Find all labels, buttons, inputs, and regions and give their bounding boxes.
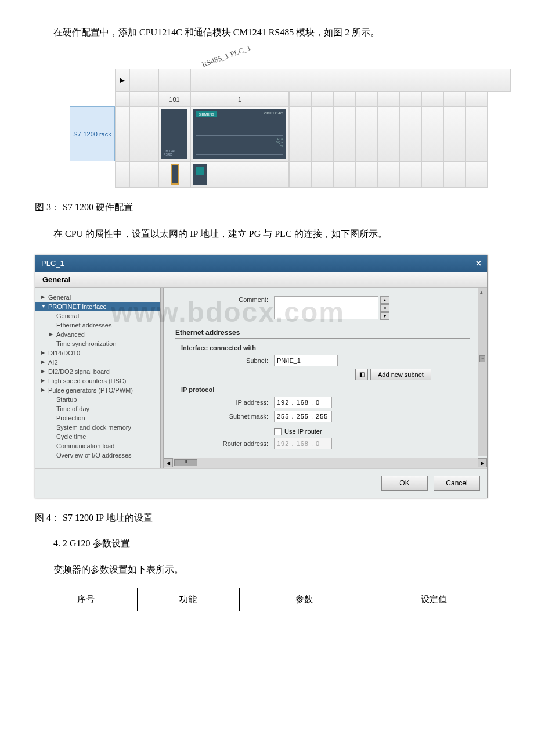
router-address-label: Router address: — [175, 440, 274, 447]
subnet-label: Subnet: — [175, 357, 274, 364]
figure-3-caption: 图 3： S7 1200 硬件配置 — [35, 199, 499, 216]
comment-textarea[interactable] — [274, 296, 378, 319]
plc-config-dialog: www.bdocx.com PLC_1 × General ▶General ▼… — [35, 255, 488, 498]
rack-label: S7-1200 rack — [70, 106, 115, 161]
tree-general[interactable]: ▶General — [35, 293, 160, 302]
siemens-badge: SIEMENS — [196, 111, 217, 117]
tree-tod[interactable]: Time of day — [35, 404, 160, 413]
subnet-input[interactable] — [274, 355, 338, 366]
tree-ioaddr[interactable]: Overview of I/O addresses — [35, 451, 160, 460]
plc-titlebar: PLC_1 × — [35, 255, 487, 272]
table-header-param: 参数 — [239, 588, 369, 611]
interface-connected-subsection: Interface connected with — [181, 344, 470, 351]
comment-down-icon[interactable]: ▼ — [380, 312, 389, 320]
tree-ptopwm[interactable]: ▶Pulse generators (PTO/PWM) — [35, 386, 160, 395]
tree-ethernet-addresses[interactable]: Ethernet addresses — [35, 321, 160, 330]
tree-time-sync[interactable]: Time synchronization — [35, 339, 160, 348]
vertical-scrollbar[interactable]: ≡ — [478, 288, 487, 456]
table-header-seq: 序号 — [35, 588, 138, 611]
tree-protection[interactable]: Protection — [35, 413, 160, 423]
ethernet-addresses-section: Ethernet addresses — [175, 329, 470, 339]
parameter-table: 序号 功能 参数 设定值 — [35, 588, 499, 611]
tree-di2do2[interactable]: ▶DI2/DO2 signal board — [35, 367, 160, 376]
tree-ai2[interactable]: ▶AI2 — [35, 358, 160, 367]
cpu-model-label: CPU 1214C — [264, 111, 283, 115]
ip-address-input[interactable] — [274, 397, 332, 408]
hscroll-right-icon[interactable]: ▶ — [478, 458, 487, 467]
hscroll-left-icon[interactable]: ◀ — [164, 458, 173, 467]
router-address-input — [274, 438, 332, 449]
tree-di14do10[interactable]: ▶DI14/DO10 — [35, 348, 160, 358]
use-ip-router-checkbox[interactable] — [274, 428, 282, 435]
comment-mid-icon[interactable]: ≡ — [380, 304, 389, 312]
figure-4-caption: 图 4： S7 1200 IP 地址的设置 — [35, 510, 499, 527]
cancel-button[interactable]: Cancel — [434, 476, 480, 491]
ip-address-label: IP address: — [175, 399, 274, 406]
tree-startup[interactable]: Startup — [35, 395, 160, 404]
cm1241-module[interactable]: CM 1241RS485 — [161, 109, 187, 159]
scroll-thumb-icon[interactable]: ≡ — [479, 355, 485, 362]
plc-title: PLC_1 — [41, 259, 64, 268]
comment-label: Comment: — [175, 296, 274, 303]
tree-profinet-interface[interactable]: ▼PROFINET interface — [35, 302, 160, 311]
ip-protocol-subsection: IP protocol — [181, 386, 470, 393]
horizontal-scrollbar[interactable]: ◀ Ⅲ ▶ — [164, 458, 487, 468]
intro-paragraph-3: 变频器的参数设置如下表所示。 — [35, 560, 499, 579]
cpu1214c-module[interactable]: SIEMENS CPU 1214C DI aDQ aAI — [193, 109, 286, 159]
hardware-config-figure: RS485_1 PLC_1 ▶ 101 1 S7-1200 rack CM 12… — [70, 53, 511, 188]
ethernet-port-icon — [196, 167, 204, 175]
comment-up-icon[interactable]: ▲ — [380, 296, 389, 304]
ok-button[interactable]: OK — [381, 476, 428, 491]
hscroll-thumb[interactable]: Ⅲ — [174, 459, 197, 466]
tree-cycle[interactable]: Cycle time — [35, 432, 160, 441]
slot-1: 1 — [190, 92, 289, 106]
rs485-port-icon — [171, 164, 179, 185]
intro-paragraph-2: 在 CPU 的属性中，设置以太网的 IP 地址，建立 PG 与 PLC 的连接，… — [35, 225, 499, 243]
section-4-2-heading: 4. 2 G120 参数设置 — [35, 535, 499, 552]
use-ip-router-label: Use IP router — [284, 428, 322, 435]
subnet-mask-label: Subnet mask: — [175, 413, 274, 420]
table-header-value: 设定值 — [369, 588, 499, 611]
intro-paragraph-1: 在硬件配置中，添加 CPU1214C 和通信模块 CM1241 RS485 模块… — [35, 23, 499, 42]
chevron-right-icon[interactable]: ▶ — [115, 69, 129, 92]
tree-pn-general[interactable]: General — [35, 311, 160, 321]
tree-hsc[interactable]: ▶High speed counters (HSC) — [35, 376, 160, 386]
subnet-mask-input[interactable] — [274, 411, 332, 422]
general-tab[interactable]: General — [35, 272, 487, 288]
tree-sysclock[interactable]: System and clock memory — [35, 423, 160, 432]
add-subnet-button[interactable]: Add new subnet — [370, 369, 431, 380]
properties-tree: ▶General ▼PROFINET interface General Eth… — [35, 288, 160, 468]
table-header-function: 功能 — [137, 588, 239, 611]
tree-commload[interactable]: Communication load — [35, 441, 160, 451]
add-subnet-icon[interactable]: ◧ — [355, 369, 368, 380]
slot-101: 101 — [158, 92, 190, 106]
close-icon[interactable]: × — [476, 258, 481, 269]
tree-advanced[interactable]: ▶Advanced — [35, 330, 160, 339]
